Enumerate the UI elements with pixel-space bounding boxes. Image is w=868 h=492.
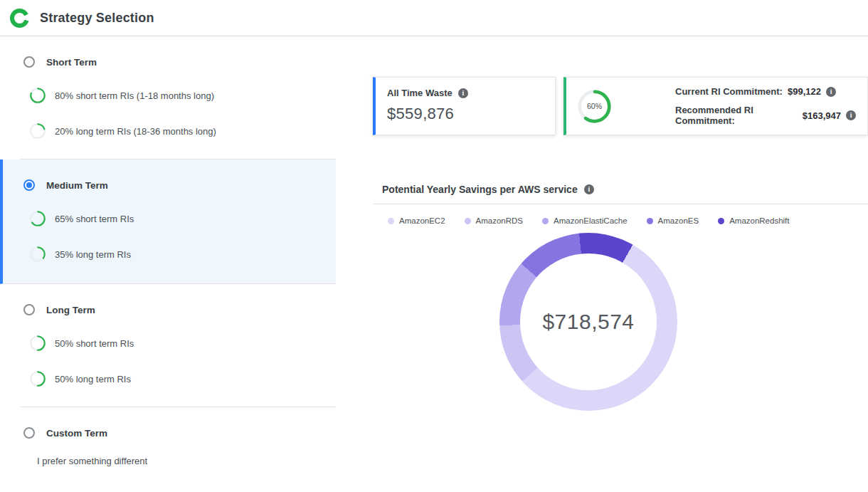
sub-option-label: 65% short term RIs — [55, 214, 134, 224]
legend-dot — [647, 218, 653, 224]
progress-ring-icon — [30, 211, 46, 226]
legend-item-amazonredshift[interactable]: AmazonRedshift — [718, 216, 789, 225]
ri-commitment-card: 60% Current RI Commitment: $99,122 i Rec… — [563, 77, 868, 135]
strategy-medium-term-option[interactable]: Medium Term — [3, 159, 336, 191]
commitment-progress-ring: 60% — [578, 90, 611, 123]
waste-card-value: $559,876 — [387, 105, 544, 123]
strategy-custom-term-option[interactable]: Custom Term — [0, 427, 336, 439]
all-time-waste-card: All Time Waste i $559,876 — [373, 77, 556, 135]
current-commitment-label: Current RI Commitment: — [675, 86, 783, 97]
sub-option-label: 20% long term RIs (18-36 months long) — [55, 126, 216, 137]
progress-ring-icon — [30, 123, 46, 139]
strategy-label: Custom Term — [46, 428, 107, 439]
donut-center: $718,574 — [520, 253, 657, 390]
legend-dot — [465, 218, 471, 224]
strategy-sub-option: 65% short term RIs — [3, 211, 336, 226]
strategy-custom-term: Custom Term I prefer something different — [0, 427, 336, 466]
sub-option-label: 50% long term RIs — [55, 374, 131, 384]
custom-term-description: I prefer something different — [0, 456, 336, 466]
page-header: Strategy Selection — [0, 0, 868, 36]
strategy-long-term-option[interactable]: Long Term — [0, 304, 336, 315]
legend-item-amazonelasticache[interactable]: AmazonElastiCache — [542, 216, 628, 225]
info-icon[interactable]: i — [584, 184, 594, 194]
legend-dot — [718, 218, 724, 224]
radio-long-term[interactable] — [23, 304, 35, 315]
radio-custom-term[interactable] — [23, 427, 35, 439]
radio-medium-term[interactable] — [23, 179, 35, 191]
strategy-sub-option: 20% long term RIs (18-36 months long) — [0, 123, 336, 139]
legend-label: AmazonElastiCache — [554, 216, 628, 225]
divider — [20, 407, 336, 407]
strategy-sub-option: 35% long term RIs — [3, 246, 336, 262]
radio-short-term[interactable] — [23, 56, 35, 68]
divider — [373, 204, 868, 204]
strategy-list: Short Term 80% short term RIs (1-18 mont… — [0, 36, 336, 466]
strategy-sub-option: 50% short term RIs — [0, 335, 336, 351]
sub-option-label: 50% short term RIs — [55, 338, 134, 349]
chart-title: Potential Yearly Savings per AWS service — [382, 184, 578, 195]
strategy-short-term: Short Term 80% short term RIs (1-18 mont… — [0, 56, 336, 159]
info-icon[interactable]: i — [458, 88, 468, 98]
waste-card-title: All Time Waste — [387, 88, 452, 98]
brand-logo-icon — [10, 9, 29, 28]
legend-label: AmazonRDS — [476, 216, 523, 225]
legend-label: AmazonRedshift — [729, 216, 789, 225]
info-icon[interactable]: i — [826, 87, 836, 97]
progress-ring-icon — [30, 371, 46, 387]
legend-item-amazonrds[interactable]: AmazonRDS — [465, 216, 523, 225]
strategy-label: Short Term — [46, 57, 97, 68]
ring-percentage-label: 60% — [578, 90, 611, 123]
recommended-commitment-value: $163,947 — [803, 110, 841, 121]
legend-dot — [542, 218, 549, 224]
legend-label: AmazonES — [658, 216, 699, 225]
legend-dot — [388, 218, 394, 224]
strategy-medium-term: Medium Term 65% short term RIs 35% long … — [0, 159, 336, 284]
strategy-short-term-option[interactable]: Short Term — [0, 56, 336, 68]
strategy-long-term: Long Term 50% short term RIs 50% long te… — [0, 304, 336, 407]
savings-donut-chart[interactable]: $718,574 — [499, 233, 677, 411]
legend-label: AmazonEC2 — [399, 216, 445, 225]
legend-item-amazonec2[interactable]: AmazonEC2 — [388, 216, 445, 225]
strategy-sub-option: 80% short term RIs (1-18 months long) — [0, 88, 336, 103]
current-commitment-value: $99,122 — [788, 86, 821, 97]
strategy-label: Medium Term — [46, 180, 108, 191]
page-title: Strategy Selection — [40, 11, 154, 26]
strategy-sub-option: 50% long term RIs — [0, 371, 336, 387]
legend-item-amazones[interactable]: AmazonES — [647, 216, 699, 225]
savings-chart-section: Potential Yearly Savings per AWS service… — [373, 174, 868, 492]
strategy-label: Long Term — [46, 305, 95, 315]
progress-ring-icon — [30, 335, 46, 351]
recommended-commitment-label: Recommended RI Commitment: — [675, 105, 798, 126]
progress-ring-icon — [30, 246, 46, 262]
sub-option-label: 80% short term RIs (1-18 months long) — [55, 90, 214, 101]
donut-total-value: $718,574 — [542, 310, 634, 334]
sub-option-label: 35% long term RIs — [55, 249, 131, 260]
chart-legend: AmazonEC2 AmazonRDS AmazonElastiCache Am… — [373, 216, 868, 225]
info-icon[interactable]: i — [846, 110, 856, 120]
progress-ring-icon — [30, 88, 46, 103]
